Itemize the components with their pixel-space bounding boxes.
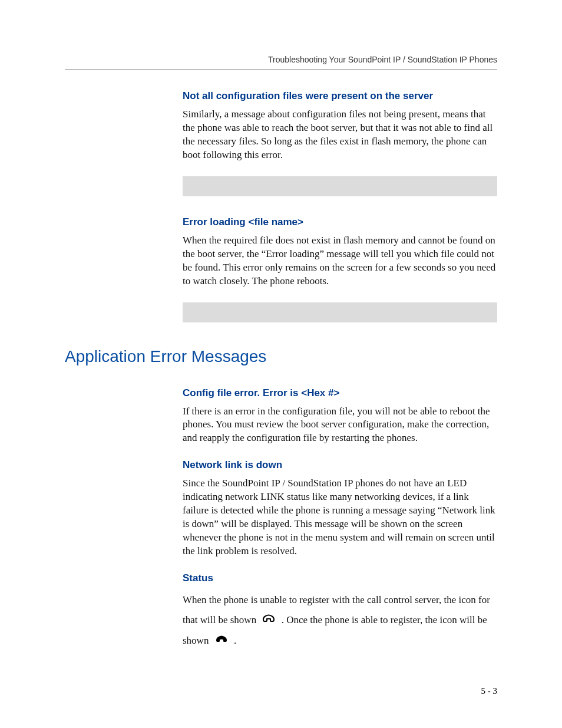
phone-unregistered-icon xyxy=(262,611,275,631)
running-header: Troubleshooting Your SoundPoint IP / Sou… xyxy=(65,55,497,64)
subheading-error-loading: Error loading <file name> xyxy=(183,216,497,228)
subheading-config-file-error: Config file error. Error is <Hex #> xyxy=(183,387,497,399)
subheading-network-link: Network link is down xyxy=(183,459,497,471)
content-column: Config file error. Error is <Hex #> If t… xyxy=(183,387,497,652)
body-network-link: Since the SoundPoint IP / SoundStation I… xyxy=(183,477,497,558)
content-column: Not all configuration files were present… xyxy=(183,90,497,322)
body-config-file-error: If there is an error in the configuratio… xyxy=(183,405,497,446)
document-page: Troubleshooting Your SoundPoint IP / Sou… xyxy=(0,0,562,728)
status-text-part3: . xyxy=(234,635,236,646)
heading-application-error: Application Error Messages xyxy=(65,347,497,366)
note-bar xyxy=(183,302,497,322)
note-bar xyxy=(183,176,497,196)
body-error-loading: When the required file does not exist in… xyxy=(183,234,497,288)
subheading-status: Status xyxy=(183,572,497,584)
body-config-files: Similarly, a message about configuration… xyxy=(183,108,497,162)
header-rule xyxy=(65,69,497,70)
subheading-config-files: Not all configuration files were present… xyxy=(183,90,497,102)
page-number: 5 - 3 xyxy=(481,686,498,696)
phone-registered-icon xyxy=(215,631,228,651)
body-status: When the phone is unable to register wit… xyxy=(183,590,497,651)
